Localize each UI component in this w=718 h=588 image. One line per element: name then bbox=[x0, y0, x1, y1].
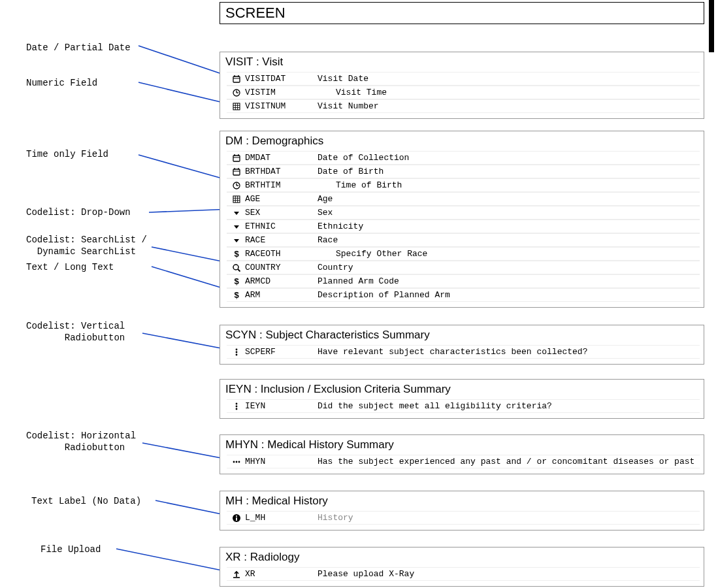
field-desc: Visit Number bbox=[318, 101, 696, 111]
vertical-radio-icon bbox=[231, 348, 242, 357]
calendar-icon bbox=[231, 74, 242, 84]
field-code: RACE bbox=[242, 235, 318, 245]
field-desc: Country bbox=[318, 263, 696, 272]
field-desc: Description of Planned Arm bbox=[318, 290, 696, 300]
page-title: SCREEN bbox=[220, 2, 704, 24]
form-card-scyn: SCYN : Subject Characteristics Summary S… bbox=[220, 325, 704, 365]
field-code: COUNTRY bbox=[242, 263, 318, 272]
annotation-text-longtext: Text / Long Text bbox=[26, 261, 114, 273]
field-desc: Sex bbox=[318, 208, 696, 218]
field-code: DMDAT bbox=[242, 153, 318, 163]
clock-icon bbox=[231, 181, 242, 190]
field-code: L_MH bbox=[242, 513, 318, 523]
field-desc: Specify Other Race bbox=[318, 249, 696, 259]
annotation-codelist-hradio-line1: Codelist: Horizontal bbox=[26, 430, 136, 442]
field-age[interactable]: AGE Age bbox=[227, 192, 700, 206]
field-lmh[interactable]: L_MH History bbox=[227, 511, 700, 525]
field-desc: History bbox=[318, 513, 696, 523]
grid-icon bbox=[231, 195, 242, 204]
field-desc: Has the subject experienced any past and… bbox=[318, 457, 696, 466]
field-code: VISITDAT bbox=[242, 74, 318, 84]
upload-icon bbox=[231, 570, 242, 579]
field-dmdat[interactable]: DMDAT Date of Collection bbox=[227, 151, 700, 165]
field-code: BRTHTIM bbox=[242, 180, 318, 190]
field-code: SEX bbox=[242, 208, 318, 218]
field-code: ETHNIC bbox=[242, 221, 318, 231]
vertical-radio-icon bbox=[231, 402, 242, 411]
field-code: SCPERF bbox=[242, 347, 318, 357]
annotation-time-only: Time only Field bbox=[26, 148, 108, 160]
field-vistim[interactable]: VISTIM Visit Time bbox=[227, 86, 700, 99]
annotation-file-upload: File Upload bbox=[41, 544, 101, 555]
decor-bar bbox=[709, 0, 714, 52]
field-code: RACEOTH bbox=[242, 249, 318, 259]
text-field-icon bbox=[231, 250, 242, 259]
form-card-mhyn: MHYN : Medical History Summary MHYN Has … bbox=[220, 434, 704, 474]
svg-line-7 bbox=[142, 443, 231, 460]
svg-line-1 bbox=[139, 82, 231, 105]
annotation-codelist-vradio-line1: Codelist: Vertical bbox=[26, 320, 125, 332]
form-header-ieyn: IEYN : Inclusion / Exclusion Criteria Su… bbox=[220, 380, 704, 399]
text-field-icon bbox=[231, 277, 242, 286]
field-race[interactable]: RACE Race bbox=[227, 233, 700, 247]
field-visitnum[interactable]: VISITNUM Visit Number bbox=[227, 99, 700, 113]
field-sex[interactable]: SEX Sex bbox=[227, 206, 700, 220]
field-xr[interactable]: XR Please upload X-Ray bbox=[227, 567, 700, 581]
form-header-visit: VISIT : Visit bbox=[220, 52, 704, 72]
clock-icon bbox=[231, 88, 242, 97]
field-armcd[interactable]: ARMCD Planned Arm Code bbox=[227, 274, 700, 288]
field-raceoth[interactable]: RACEOTH Specify Other Race bbox=[227, 247, 700, 261]
search-icon bbox=[231, 263, 242, 272]
field-desc: Did the subject meet all eligibility cri… bbox=[318, 401, 696, 411]
form-header-xr: XR : Radiology bbox=[220, 547, 704, 567]
grid-icon bbox=[231, 102, 242, 111]
field-scperf[interactable]: SCPERF Have relevant subject characteris… bbox=[227, 345, 700, 359]
field-mhyn[interactable]: MHYN Has the subject experienced any pas… bbox=[227, 455, 700, 468]
svg-line-2 bbox=[139, 155, 231, 181]
field-ethnic[interactable]: ETHNIC Ethnicity bbox=[227, 220, 700, 233]
field-code: ARM bbox=[242, 290, 318, 300]
form-card-visit: VISIT : Visit VISITDAT Visit Date VISTIM… bbox=[220, 52, 704, 119]
field-desc: Ethnicity bbox=[318, 221, 696, 231]
annotation-codelist-hradio-line2: Radiobutton bbox=[26, 442, 125, 453]
field-desc: Please upload X-Ray bbox=[318, 569, 696, 579]
annotation-numeric: Numeric Field bbox=[26, 77, 97, 89]
field-brthtim[interactable]: BRTHTIM Time of Birth bbox=[227, 178, 700, 192]
field-country[interactable]: COUNTRY Country bbox=[227, 261, 700, 274]
field-ieyn[interactable]: IEYN Did the subject meet all eligibilit… bbox=[227, 399, 700, 413]
caret-down-icon bbox=[231, 222, 242, 231]
form-card-mh: MH : Medical History L_MH History bbox=[220, 491, 704, 531]
caret-down-icon bbox=[231, 236, 242, 245]
calendar-icon bbox=[231, 167, 242, 176]
field-code: IEYN bbox=[242, 401, 318, 411]
field-code: XR bbox=[242, 569, 318, 579]
field-code: ARMCD bbox=[242, 276, 318, 286]
form-header-dm: DM : Demographics bbox=[220, 131, 704, 151]
field-code: MHYN bbox=[242, 457, 318, 466]
annotation-codelist-searchlist-line2: Dynamic SearchList bbox=[26, 246, 136, 257]
field-arm[interactable]: ARM Description of Planned Arm bbox=[227, 288, 700, 302]
field-desc: Time of Birth bbox=[318, 180, 696, 190]
field-desc: Age bbox=[318, 194, 696, 204]
field-desc: Have relevant subject characteristics be… bbox=[318, 347, 696, 357]
svg-line-0 bbox=[139, 46, 231, 77]
svg-line-9 bbox=[116, 549, 231, 572]
annotation-codelist-vradio-line2: Radiobutton bbox=[26, 332, 125, 344]
field-code: AGE bbox=[242, 194, 318, 204]
annotation-codelist-dropdown: Codelist: Drop-Down bbox=[26, 206, 131, 218]
field-visitdat[interactable]: VISITDAT Visit Date bbox=[227, 72, 700, 86]
form-header-mh: MH : Medical History bbox=[220, 491, 704, 511]
field-desc: Date of Birth bbox=[318, 167, 696, 176]
field-brthdat[interactable]: BRTHDAT Date of Birth bbox=[227, 165, 700, 178]
annotation-codelist-searchlist-line1: Codelist: SearchList / bbox=[26, 234, 147, 246]
form-card-ieyn: IEYN : Inclusion / Exclusion Criteria Su… bbox=[220, 379, 704, 419]
field-desc: Planned Arm Code bbox=[318, 276, 696, 286]
field-desc: Visit Date bbox=[318, 74, 696, 84]
form-card-dm: DM : Demographics DMDAT Date of Collecti… bbox=[220, 131, 704, 308]
field-desc: Race bbox=[318, 235, 696, 245]
field-code: BRTHDAT bbox=[242, 167, 318, 176]
horizontal-radio-icon bbox=[231, 457, 242, 466]
form-header-mhyn: MHYN : Medical History Summary bbox=[220, 435, 704, 455]
field-desc: Date of Collection bbox=[318, 153, 696, 163]
annotation-text-label-nodata: Text Label (No Data) bbox=[31, 495, 141, 507]
